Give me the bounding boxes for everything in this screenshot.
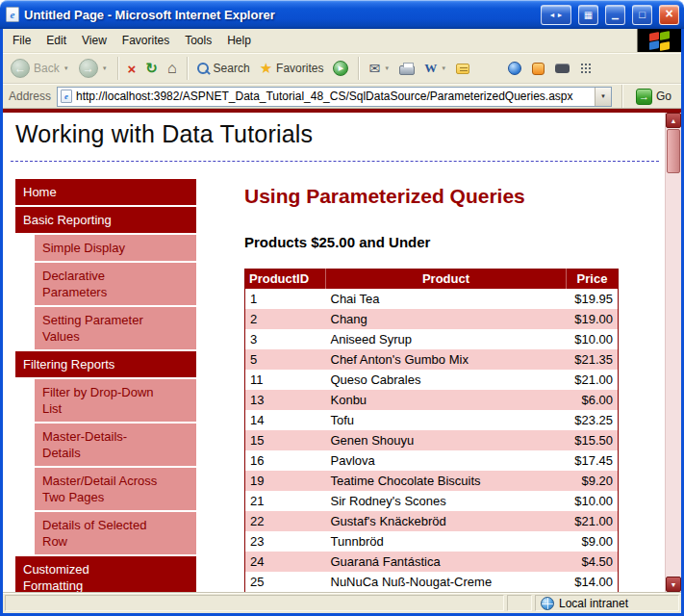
sidebar-item-home[interactable]: Home (15, 179, 196, 205)
cell-price: $19.00 (567, 309, 619, 329)
cell-productid: 2 (245, 309, 326, 329)
sidebar-item-master-detail-across-two-pages[interactable]: Master/Detail Across Two Pages (35, 468, 196, 510)
search-label: Search (214, 62, 250, 75)
scroll-up-button[interactable]: ▲ (666, 113, 681, 128)
stop-button[interactable]: × (124, 58, 140, 80)
cell-productid: 16 (245, 450, 326, 471)
forward-button[interactable]: → ▼ (75, 56, 112, 81)
sidebar-item-simple-display[interactable]: Simple Display (35, 235, 196, 261)
cell-price: $21.00 (567, 370, 619, 390)
mail-dropdown-icon[interactable]: ▼ (384, 65, 390, 71)
cell-price: $15.50 (567, 430, 619, 450)
maximize-button[interactable]: □ (632, 5, 652, 25)
browser-viewport: Working with Data Tutorials Home Basic R… (3, 109, 681, 592)
menu-favorites[interactable]: Favorites (114, 30, 177, 51)
minimize-icon: ▁ (612, 10, 619, 19)
title-bar[interactable]: e Untitled Page - Microsoft Internet Exp… (0, 0, 684, 29)
cell-product: Tofu (326, 410, 567, 430)
binoculars-icon[interactable] (555, 64, 570, 73)
address-dropdown-button[interactable]: ▼ (595, 88, 611, 106)
refresh-button[interactable]: ↻ (141, 57, 162, 80)
back-button[interactable]: ← Back ▼ (7, 56, 73, 81)
cell-price: $17.45 (567, 450, 619, 471)
sidebar-item-declarative-parameters[interactable]: Declarative Parameters (35, 263, 196, 305)
sidebar-item-master-details-details[interactable]: Master-Details- Details (35, 424, 196, 466)
dashed-divider (11, 161, 659, 162)
cell-price: $21.00 (567, 511, 619, 531)
cell-product: Queso Cabrales (326, 370, 567, 390)
orange-tool-icon[interactable] (532, 63, 545, 75)
cell-productid: 14 (245, 410, 326, 430)
close-button[interactable]: × (659, 5, 679, 25)
sidebar-item-setting-parameter-values[interactable]: Setting Parameter Values (35, 307, 196, 349)
scrollbar-thumb[interactable] (667, 129, 680, 173)
cell-product: Guaraná Fantástica (326, 552, 567, 572)
table-row: 15Genen Shouyu$15.50 (245, 430, 619, 450)
table-row: 16Pavlova$17.45 (245, 450, 619, 471)
media-button[interactable]: ▶ (329, 58, 352, 79)
search-icon (197, 63, 210, 75)
cell-price: $14.00 (567, 572, 619, 592)
sidebar-item-filtering-reports[interactable]: Filtering Reports (15, 351, 196, 377)
back-dropdown-icon[interactable]: ▼ (63, 65, 69, 71)
products-grid: ProductID Product Price 1Chai Tea$19.95 … (244, 269, 619, 592)
sidebar-item-customized-formatting[interactable]: Customized Formatting (15, 556, 196, 592)
table-row: 21Sir Rodney's Scones$10.00 (245, 491, 619, 511)
print-icon (399, 65, 415, 75)
table-row: 14Tofu$23.25 (245, 410, 619, 430)
column-header-price: Price (567, 270, 619, 289)
cell-product: Genen Shouyu (326, 430, 567, 450)
minimize-button[interactable]: ▁ (605, 5, 625, 25)
cell-product: Chang (326, 309, 567, 329)
cell-product: Tunnbröd (326, 531, 567, 552)
menu-view[interactable]: View (74, 30, 114, 51)
browser-window: e Untitled Page - Microsoft Internet Exp… (0, 0, 684, 616)
discuss-button[interactable] (452, 61, 473, 77)
cell-productid: 22 (245, 511, 326, 531)
sidebar-item-filter-by-drop-down-list[interactable]: Filter by Drop-Down List (35, 379, 196, 422)
address-field: e ▼ (57, 87, 612, 107)
menu-tools[interactable]: Tools (177, 30, 219, 51)
site-title: Working with Data Tutorials (15, 120, 665, 148)
table-row: 3Aniseed Syrup$10.00 (245, 329, 619, 349)
cell-price: $23.25 (567, 410, 619, 430)
quick-links-grid-icon[interactable] (580, 63, 593, 75)
page-content: Working with Data Tutorials Home Basic R… (3, 113, 665, 592)
toolbar-separator (117, 57, 118, 80)
cell-productid: 31 (245, 592, 326, 593)
favorites-button[interactable]: ★ Favorites (256, 57, 328, 80)
forward-dropdown-icon[interactable]: ▼ (102, 65, 108, 71)
menu-edit[interactable]: Edit (38, 30, 74, 51)
search-button[interactable]: Search (193, 59, 254, 78)
refresh-icon: ↻ (145, 60, 158, 77)
titlebar-addon-arrows-button[interactable]: ◄ ► (541, 5, 571, 25)
column-header-productid: ProductID (245, 270, 326, 289)
cell-productid: 3 (245, 329, 326, 349)
cell-price: $12.50 (567, 592, 619, 593)
table-row: 2Chang$19.00 (245, 309, 619, 329)
mail-icon: ✉ (368, 61, 380, 76)
mail-button[interactable]: ✉ ▼ (365, 58, 393, 79)
sidebar-item-basic-reporting[interactable]: Basic Reporting (15, 207, 196, 233)
vertical-scrollbar[interactable]: ▲ ▼ (665, 113, 681, 592)
sidebar-item-details-of-selected-row[interactable]: Details of Selected Row (35, 512, 196, 554)
messenger-icon[interactable] (508, 62, 521, 75)
address-input[interactable] (76, 90, 591, 103)
menu-file[interactable]: File (5, 30, 38, 51)
cell-productid: 5 (245, 349, 326, 370)
cell-price: $19.95 (567, 289, 619, 309)
home-button[interactable]: ⌂ (164, 57, 181, 80)
ie-e-glyph: e (64, 91, 68, 101)
back-label: Back (34, 62, 60, 75)
scroll-down-button[interactable]: ▼ (666, 577, 681, 592)
internet-explorer-page-icon: e (6, 7, 19, 22)
cell-productid: 25 (245, 572, 326, 592)
toolbar-separator (358, 57, 359, 80)
menu-help[interactable]: Help (219, 30, 259, 51)
go-label: Go (656, 90, 671, 103)
print-button[interactable] (395, 59, 418, 78)
edit-with-word-button[interactable]: W ▼ (420, 58, 450, 79)
go-button[interactable]: → Go (632, 87, 675, 107)
edit-dropdown-icon[interactable]: ▼ (441, 65, 446, 71)
titlebar-addon-grid-button[interactable]: ▦ (578, 5, 598, 25)
